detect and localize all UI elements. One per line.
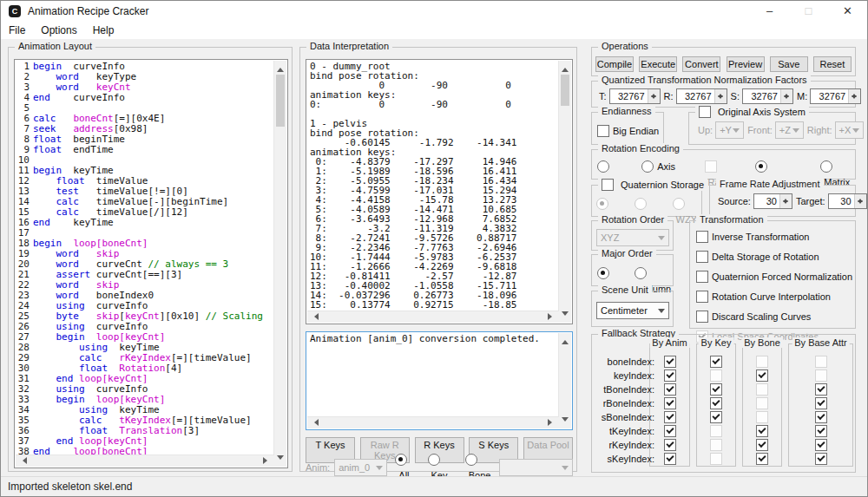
scroll-right-icon[interactable] [548, 313, 556, 320]
endianness-title: Endianness [598, 106, 655, 116]
code-horizontal-scrollbar[interactable] [16, 454, 274, 467]
scroll-thumb[interactable] [561, 75, 569, 106]
spinner-down-icon[interactable] [648, 96, 660, 103]
menu-help[interactable]: Help [85, 24, 122, 36]
quaternion-storage-checkbox[interactable] [602, 179, 614, 191]
rBoneIndex-by-key-checkbox[interactable] [710, 397, 722, 409]
source-spinner-value[interactable]: 30 [754, 194, 779, 208]
spinner-down-icon[interactable] [780, 201, 792, 208]
quaternion-radio[interactable] [755, 160, 767, 173]
code-editor[interactable]: 1begin curveInfo2 word keyType3 word key… [14, 59, 288, 468]
scroll-up-icon[interactable] [562, 64, 569, 72]
convert-button[interactable]: Convert [682, 56, 720, 72]
scroll-down-icon[interactable] [277, 455, 284, 463]
scroll-down-icon[interactable] [562, 311, 569, 319]
output-horizontal-scrollbar[interactable] [307, 311, 559, 323]
sKeyIndex-by-bone-checkbox[interactable] [756, 453, 768, 465]
rBoneIndex-by-base-attr-checkbox[interactable] [815, 397, 827, 409]
log-box[interactable]: Animation [anim_0] conversion completed. [306, 331, 573, 430]
all-radio[interactable] [395, 454, 407, 466]
qtnf-spinner-r-value[interactable]: 32767 [677, 89, 714, 103]
rKeyIndex-by-anim-checkbox[interactable] [664, 439, 676, 451]
scroll-right-icon[interactable] [548, 419, 556, 426]
tKeyIndex-by-bone-checkbox[interactable] [756, 425, 768, 437]
rKeyIndex-by-bone-checkbox[interactable] [756, 439, 768, 451]
tKeyIndex-by-base-attr-checkbox[interactable] [815, 425, 827, 437]
qtnf-spinner-t-value[interactable]: 32767 [610, 89, 648, 103]
sBoneIndex-by-key-checkbox[interactable] [710, 411, 722, 423]
menu-options[interactable]: Options [33, 24, 84, 36]
minimize-button[interactable]: – [750, 1, 789, 22]
spinner-down-icon[interactable] [715, 96, 727, 103]
reset-button[interactable]: Reset [813, 56, 852, 72]
keyIndex-by-bone-checkbox[interactable] [756, 369, 768, 382]
scene-unit-combo[interactable]: Centimeter [596, 302, 669, 319]
scroll-up-icon[interactable] [562, 337, 569, 344]
target-spinner[interactable]: 30 [828, 193, 867, 209]
rKeyIndex-by-base-attr-checkbox[interactable] [815, 439, 827, 451]
compile-button[interactable]: Compile [595, 56, 634, 72]
maximize-button[interactable]: □ [789, 1, 828, 22]
key-radio[interactable] [428, 454, 440, 466]
bone-radio[interactable] [465, 454, 477, 466]
scroll-right-icon[interactable] [263, 457, 271, 464]
keyIndex-by-anim-checkbox[interactable] [664, 369, 676, 382]
interpretation-output[interactable]: 0 - dummy_rootbind pose rotation: 0 -90 … [306, 59, 573, 324]
qtnf-label-s: S: [731, 91, 740, 101]
close-button[interactable]: ✕ [828, 1, 867, 22]
sBoneIndex-by-anim-checkbox[interactable] [664, 411, 676, 423]
spinner-down-icon[interactable] [849, 96, 860, 103]
delta-storage-of-rotation-checkbox[interactable] [696, 251, 708, 263]
sKeyIndex-by-base-attr-checkbox[interactable] [815, 453, 827, 465]
scroll-up-icon[interactable] [277, 64, 284, 72]
preview-button[interactable]: Preview [727, 56, 765, 72]
boneIndex-by-anim-checkbox[interactable] [664, 356, 676, 368]
qtnf-spinner-r[interactable]: 32767 [676, 88, 727, 104]
rotation-curve-interpolation-checkbox[interactable] [696, 291, 708, 303]
transformation-option: Discard Scaling Curves [696, 309, 852, 324]
source-spinner[interactable]: 30 [753, 193, 792, 209]
rBoneIndex-by-anim-checkbox[interactable] [664, 397, 676, 409]
row-radio[interactable] [597, 267, 609, 279]
app-window: C Animation Recipe Cracker – □ ✕ File Op… [0, 0, 868, 497]
inverse-transformation-checkbox[interactable] [696, 231, 708, 243]
scroll-left-icon[interactable] [19, 457, 27, 464]
operations-title: Operations [598, 41, 652, 51]
scroll-left-icon[interactable] [311, 419, 319, 426]
boneIndex-by-key-checkbox[interactable] [710, 356, 722, 368]
tKeyIndex-by-anim-checkbox[interactable] [664, 425, 676, 437]
tBoneIndex-by-base-attr-checkbox[interactable] [815, 383, 827, 396]
sKeyIndex-by-anim-checkbox[interactable] [664, 453, 676, 465]
sBoneIndex-by-base-attr-checkbox[interactable] [815, 411, 827, 423]
spinner-down-icon[interactable] [781, 96, 792, 103]
qtnf-spinner-m-value[interactable]: 32767 [811, 89, 848, 103]
tBoneIndex-by-key-checkbox[interactable] [710, 383, 722, 396]
menu-file[interactable]: File [1, 24, 33, 36]
qtnf-spinner-s-value[interactable]: 32767 [743, 89, 780, 103]
target-spinner-value[interactable]: 30 [829, 194, 854, 208]
discard-scaling-curves-checkbox[interactable] [696, 311, 708, 323]
output-vertical-scrollbar[interactable] [558, 61, 571, 323]
axis-system-checkbox[interactable] [699, 106, 711, 118]
window-title: Animation Recipe Cracker [28, 5, 148, 17]
big-endian-checkbox[interactable] [597, 125, 609, 137]
scroll-left-icon[interactable] [311, 313, 319, 320]
euler-radio[interactable] [597, 160, 609, 173]
qtnf-spinner-m[interactable]: 32767 [810, 88, 861, 104]
quaternion-forced-normalization-checkbox[interactable] [696, 271, 708, 283]
scroll-thumb[interactable] [276, 75, 285, 127]
column-radio[interactable] [635, 267, 647, 279]
qtnf-spinner-t[interactable]: 32767 [609, 88, 661, 104]
scroll-down-icon[interactable] [562, 417, 569, 425]
axis-angle-radio[interactable] [641, 160, 654, 173]
transformation-option: Inverse Transformation [696, 229, 852, 245]
code-vertical-scrollbar[interactable] [273, 61, 286, 467]
save-button[interactable]: Save [770, 56, 808, 72]
log-horizontal-scrollbar[interactable] [307, 416, 559, 428]
execute-button[interactable]: Execute [639, 56, 677, 72]
spinner-down-icon[interactable] [855, 201, 866, 208]
matrix-radio[interactable] [820, 160, 832, 173]
qtnf-spinner-s[interactable]: 32767 [742, 88, 793, 104]
tBoneIndex-by-anim-checkbox[interactable] [664, 383, 676, 396]
log-vertical-scrollbar[interactable] [558, 333, 571, 428]
